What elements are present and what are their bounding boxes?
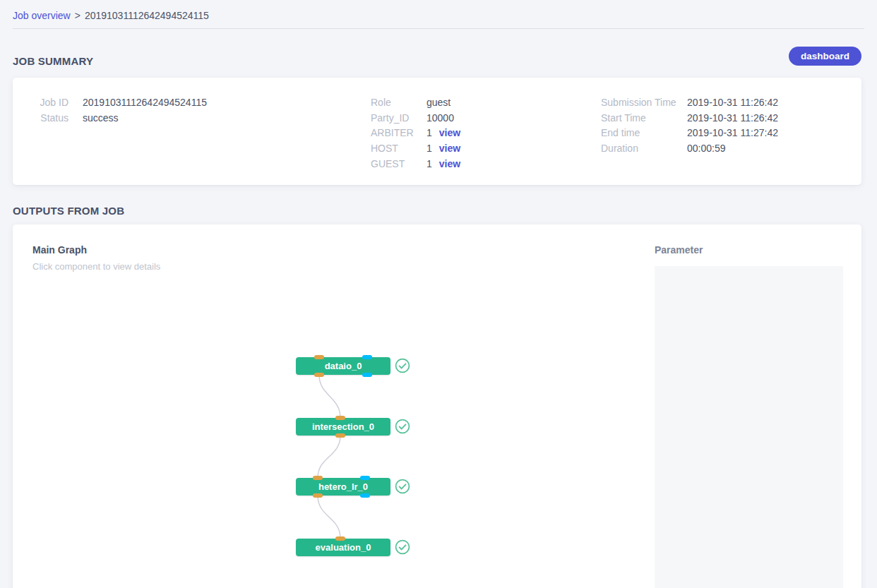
success-check-icon — [395, 419, 410, 434]
graph-edge — [318, 436, 340, 478]
summary-column-roles: RoleguestParty_ID10000ARBITER1viewHOST1v… — [371, 97, 460, 173]
summary-row: End time2019-10-31 11:27:42 — [601, 127, 778, 143]
summary-value: 10000 — [426, 112, 454, 124]
graph-node-label: dataio_0 — [325, 361, 362, 371]
data-port-icon — [335, 536, 345, 541]
graph-node-label: hetero_lr_0 — [318, 481, 368, 492]
success-check-icon — [395, 539, 410, 555]
summary-value: 2019-10-31 11:26:42 — [687, 112, 778, 124]
summary-label: Start Time — [601, 112, 687, 124]
data-port-icon — [314, 355, 324, 359]
summary-label: Submission Time — [601, 97, 687, 108]
graph-node-evaluation_0[interactable]: evaluation_0 — [296, 539, 390, 556]
graph-edge — [318, 496, 340, 539]
breadcrumb-divider — [13, 28, 864, 29]
summary-value: 2019-10-31 11:27:42 — [687, 127, 778, 138]
graph-node-hetero_lr_0[interactable]: hetero_lr_0 — [296, 478, 390, 496]
job-summary-title: JOB SUMMARY — [13, 55, 93, 67]
outputs-card: Main Graph Click component to view detai… — [13, 224, 861, 588]
graph-edge — [319, 375, 340, 418]
summary-value: guest — [426, 97, 451, 108]
model-port-icon — [360, 476, 370, 480]
summary-value: success — [83, 112, 119, 124]
summary-label: Party_ID — [371, 112, 426, 124]
summary-label: Duration — [601, 143, 687, 154]
summary-row: ARBITER1view — [371, 127, 460, 143]
view-link[interactable]: view — [439, 127, 460, 138]
summary-label: GUEST — [371, 158, 426, 169]
data-port-icon — [313, 493, 323, 498]
summary-row: HOST1view — [371, 143, 460, 158]
summary-label: Status — [30, 112, 68, 124]
summary-row: Roleguest — [371, 97, 460, 112]
data-port-icon — [335, 433, 345, 438]
model-port-icon — [360, 493, 370, 498]
graph-node-label: intersection_0 — [312, 421, 374, 432]
summary-value: 1 — [426, 158, 432, 169]
parameter-panel — [655, 266, 843, 588]
view-link[interactable]: view — [439, 158, 460, 169]
outputs-from-job-title: OUTPUTS FROM JOB — [13, 205, 124, 217]
summary-value: 20191031112642494524115 — [83, 97, 207, 108]
summary-value: 1 — [426, 143, 432, 154]
summary-value: 2019-10-31 11:26:42 — [687, 97, 778, 108]
job-summary-card: Job ID20191031112642494524115Statussucce… — [13, 78, 861, 185]
summary-row: Duration00:00:59 — [601, 143, 778, 158]
model-port-icon — [362, 355, 372, 359]
summary-row: Party_ID10000 — [371, 112, 460, 128]
view-link[interactable]: view — [439, 143, 460, 154]
model-port-icon — [362, 373, 372, 377]
success-check-icon — [395, 358, 410, 373]
dashboard-button[interactable]: dashboard — [789, 47, 861, 66]
summary-label: Job ID — [30, 97, 68, 108]
breadcrumb: Job overview>20191031112642494524115 — [13, 10, 209, 21]
summary-row: Submission Time2019-10-31 11:26:42 — [601, 97, 778, 112]
summary-row: GUEST1view — [371, 158, 460, 174]
data-port-icon — [314, 373, 324, 377]
summary-column-times: Submission Time2019-10-31 11:26:42Start … — [601, 97, 778, 158]
graph-node-label: evaluation_0 — [316, 542, 371, 553]
summary-label: HOST — [371, 143, 426, 154]
summary-row: Job ID20191031112642494524115 — [30, 97, 207, 112]
graph-node-intersection_0[interactable]: intersection_0 — [296, 418, 390, 436]
breadcrumb-current-job-id: 20191031112642494524115 — [85, 10, 209, 21]
summary-value: 00:00:59 — [687, 143, 726, 154]
parameter-title: Parameter — [655, 244, 703, 256]
graph-node-dataio_0[interactable]: dataio_0 — [296, 357, 390, 375]
summary-row: Statussuccess — [30, 112, 207, 128]
summary-column-ids: Job ID20191031112642494524115Statussucce… — [30, 97, 207, 127]
summary-label: Role — [371, 97, 426, 108]
data-port-icon — [313, 476, 323, 480]
summary-value: 1 — [426, 127, 432, 138]
summary-label: ARBITER — [371, 127, 426, 138]
success-check-icon — [395, 479, 410, 494]
summary-label: End time — [601, 127, 687, 138]
breadcrumb-separator: > — [75, 10, 80, 21]
breadcrumb-job-overview-link[interactable]: Job overview — [13, 10, 71, 21]
summary-row: Start Time2019-10-31 11:26:42 — [601, 112, 778, 128]
data-port-icon — [335, 416, 345, 420]
